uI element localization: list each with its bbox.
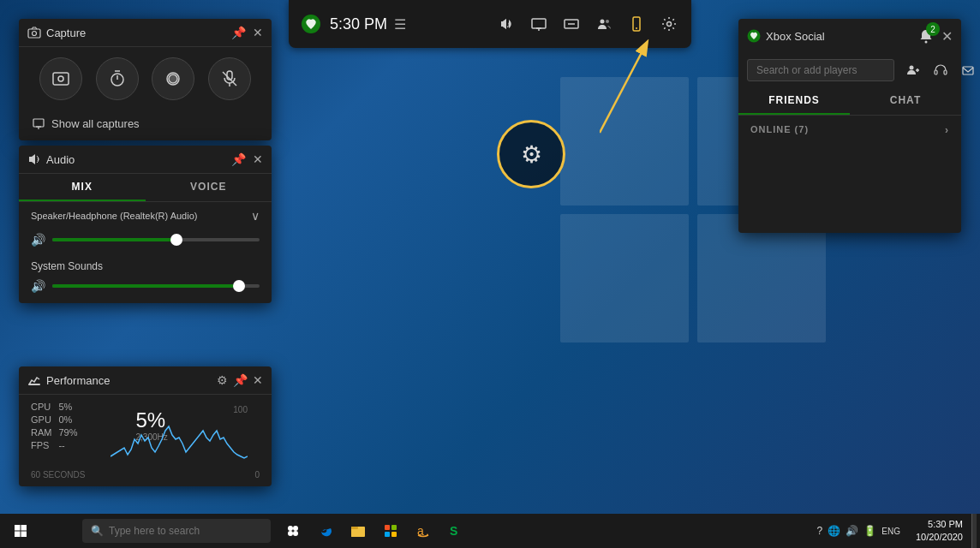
camera-icon bbox=[27, 26, 41, 39]
taskbar-clock[interactable]: 5:30 PM 10/20/2020 bbox=[911, 518, 968, 545]
social-actions bbox=[738, 53, 961, 87]
taskbar-search-input[interactable] bbox=[109, 525, 262, 537]
tray-volume-icon[interactable]: 🔊 bbox=[846, 525, 858, 537]
audio-close-button[interactable]: ✕ bbox=[253, 152, 263, 166]
game-bar-settings-icon[interactable] bbox=[657, 12, 681, 36]
game-bar: 5:30 PM ☰ ♪ bbox=[289, 0, 691, 48]
perf-values: 5% 0% 79% -- bbox=[58, 402, 77, 470]
capture-panel-header: Capture 📌 ✕ bbox=[19, 19, 272, 47]
svg-rect-36 bbox=[944, 70, 947, 74]
capture-panel: Capture 📌 ✕ bbox=[19, 19, 272, 140]
game-bar-icons: ♪ bbox=[494, 12, 681, 36]
system-sounds-label: System Sounds bbox=[19, 257, 272, 276]
tray-network-icon[interactable]: 🌐 bbox=[828, 525, 840, 537]
player-search-input[interactable] bbox=[747, 59, 894, 81]
xbox-logo-icon bbox=[299, 12, 323, 36]
svg-rect-35 bbox=[935, 70, 937, 74]
game-bar-volume-icon[interactable]: ♪ bbox=[494, 12, 518, 36]
tray-battery-icon[interactable]: 🔋 bbox=[863, 525, 876, 537]
audio-panel: Audio 📌 ✕ MIX VOICE Speaker/Headphone (R… bbox=[19, 146, 272, 303]
social-tabs: FRIENDS CHAT bbox=[738, 87, 961, 116]
monitor-icon bbox=[33, 118, 45, 130]
perf-labels: CPU GPU RAM FPS bbox=[31, 402, 51, 470]
svg-rect-41 bbox=[21, 532, 27, 538]
svg-point-32 bbox=[910, 66, 914, 70]
system-sounds-icon: 🔊 bbox=[31, 279, 45, 293]
tray-question-icon[interactable]: ? bbox=[817, 525, 823, 537]
capture-panel-title: Capture bbox=[27, 26, 86, 39]
taskbar-amazon-icon[interactable]: a bbox=[408, 514, 439, 548]
start-button[interactable] bbox=[0, 514, 41, 548]
app-icon-s: S bbox=[448, 523, 463, 539]
svg-text:♪: ♪ bbox=[506, 20, 511, 29]
taskbar-store-icon[interactable] bbox=[375, 514, 406, 548]
svg-point-31 bbox=[925, 41, 928, 44]
social-panel-close-button[interactable]: ✕ bbox=[941, 28, 953, 45]
taskbar-right: ? 🌐 🔊 🔋 ENG 5:30 PM 10/20/2020 bbox=[810, 514, 980, 548]
game-bar-widescreen-icon[interactable] bbox=[559, 12, 583, 36]
perf-chart-svg bbox=[111, 405, 248, 465]
svg-point-21 bbox=[169, 74, 177, 83]
timer-button[interactable] bbox=[96, 57, 139, 100]
notification-badge: 2 bbox=[926, 22, 940, 36]
invite-icon[interactable] bbox=[956, 58, 980, 82]
perf-close-button[interactable]: ✕ bbox=[253, 373, 263, 387]
online-section-header: ONLINE (7) › bbox=[738, 116, 961, 143]
svg-point-45 bbox=[293, 531, 298, 536]
social-panel-header: Xbox Social 2 ✕ bbox=[738, 19, 961, 53]
game-bar-people-icon[interactable] bbox=[592, 12, 616, 36]
capture-pin-button[interactable]: 📌 bbox=[231, 26, 246, 39]
online-section-chevron-icon[interactable]: › bbox=[945, 124, 949, 136]
perf-pin-button[interactable]: 📌 bbox=[233, 373, 248, 387]
svg-text:S: S bbox=[450, 524, 457, 538]
taskbar-search[interactable]: 🔍 bbox=[82, 519, 271, 543]
svg-rect-49 bbox=[385, 525, 390, 530]
tray-keyboard-icon[interactable]: ENG bbox=[881, 527, 900, 536]
taskbar-explorer-icon[interactable] bbox=[343, 514, 373, 548]
social-header-right: 2 ✕ bbox=[916, 26, 953, 46]
audio-device-chevron-icon[interactable]: ∨ bbox=[251, 209, 260, 223]
tab-chat[interactable]: CHAT bbox=[850, 87, 961, 115]
headset-icon[interactable] bbox=[929, 58, 953, 82]
record-button[interactable] bbox=[152, 57, 194, 100]
svg-rect-37 bbox=[963, 67, 973, 74]
system-sounds-slider[interactable] bbox=[52, 284, 260, 288]
social-action-icons bbox=[901, 58, 980, 82]
svg-point-42 bbox=[288, 526, 293, 531]
capture-close-button[interactable]: ✕ bbox=[253, 26, 263, 39]
svg-rect-48 bbox=[351, 527, 358, 529]
taskbar-task-view-icon[interactable] bbox=[278, 514, 308, 548]
svg-rect-40 bbox=[15, 532, 21, 538]
svg-point-8 bbox=[606, 20, 609, 23]
screenshot-button[interactable] bbox=[39, 57, 82, 100]
perf-customize-button[interactable]: ⚙ bbox=[217, 373, 228, 387]
audio-tabs: MIX VOICE bbox=[19, 174, 272, 202]
svg-point-43 bbox=[293, 526, 298, 531]
volume-slider[interactable] bbox=[52, 238, 260, 241]
tab-mix[interactable]: MIX bbox=[19, 174, 146, 201]
social-panel-title: Xbox Social bbox=[747, 29, 825, 43]
windows-start-icon bbox=[14, 524, 27, 538]
mic-off-button[interactable] bbox=[208, 57, 251, 100]
performance-icon bbox=[27, 373, 41, 387]
hamburger-menu-icon[interactable]: ☰ bbox=[394, 16, 406, 33]
show-all-captures-link[interactable]: Show all captures bbox=[19, 110, 272, 140]
add-friend-icon[interactable] bbox=[901, 58, 925, 82]
taskbar-serpent-icon[interactable]: S bbox=[440, 514, 471, 548]
svg-point-15 bbox=[33, 32, 37, 36]
tab-friends[interactable]: FRIENDS bbox=[738, 87, 850, 115]
xbox-brand-icon bbox=[747, 29, 761, 43]
taskbar-app-icons: a S bbox=[278, 514, 471, 548]
audio-pin-button[interactable]: 📌 bbox=[231, 152, 246, 166]
ms-store-icon bbox=[383, 523, 398, 539]
notification-bell-wrapper[interactable]: 2 bbox=[916, 26, 936, 46]
game-bar-screen-icon[interactable] bbox=[527, 12, 551, 36]
taskbar-edge-icon[interactable] bbox=[310, 514, 341, 548]
amazon-icon: a bbox=[415, 523, 431, 539]
perf-chart-container: 5% 2,300Hz 100 bbox=[84, 402, 260, 470]
show-desktop-button[interactable] bbox=[971, 514, 977, 548]
tab-voice[interactable]: VOICE bbox=[146, 174, 272, 201]
xbox-social-panel: Xbox Social 2 ✕ bbox=[738, 19, 961, 233]
game-bar-device-icon[interactable] bbox=[624, 12, 648, 36]
game-bar-time: 5:30 PM bbox=[330, 15, 387, 33]
